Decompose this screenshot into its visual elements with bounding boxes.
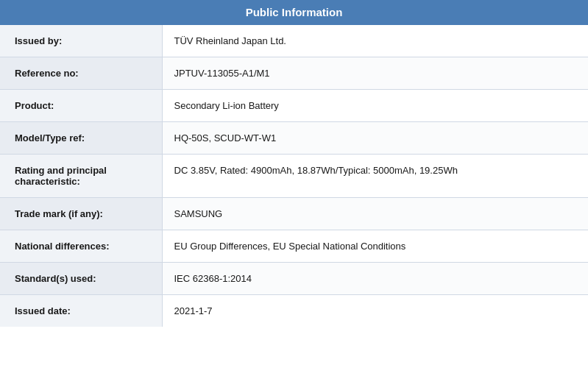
row-label: Product: bbox=[0, 90, 162, 122]
info-table: Issued by:TÜV Rheinland Japan Ltd.Refere… bbox=[0, 25, 588, 327]
row-label: National differences: bbox=[0, 230, 162, 263]
row-value: SAMSUNG bbox=[162, 198, 588, 230]
row-label: Reference no: bbox=[0, 57, 162, 90]
row-value: IEC 62368-1:2014 bbox=[162, 263, 588, 295]
row-label: Model/Type ref: bbox=[0, 122, 162, 155]
row-value: Secondary Li-ion Battery bbox=[162, 90, 588, 122]
row-label: Issued by: bbox=[0, 25, 162, 57]
row-value: TÜV Rheinland Japan Ltd. bbox=[162, 25, 588, 57]
table-row: Standard(s) used:IEC 62368-1:2014 bbox=[0, 263, 588, 295]
row-value: JPTUV-113055-A1/M1 bbox=[162, 57, 588, 90]
row-label: Standard(s) used: bbox=[0, 263, 162, 295]
table-row: Model/Type ref:HQ-50S, SCUD-WT-W1 bbox=[0, 122, 588, 155]
row-label: Trade mark (if any): bbox=[0, 198, 162, 230]
table-row: Reference no:JPTUV-113055-A1/M1 bbox=[0, 57, 588, 90]
table-row: Product:Secondary Li-ion Battery bbox=[0, 90, 588, 122]
table-row: Issued date:2021-1-7 bbox=[0, 295, 588, 327]
page-container: Public Information Issued by:TÜV Rheinla… bbox=[0, 0, 588, 390]
page-title: Public Information bbox=[246, 6, 343, 18]
row-value: DC 3.85V, Rated: 4900mAh, 18.87Wh/Typica… bbox=[162, 155, 588, 198]
page-header: Public Information bbox=[0, 0, 588, 25]
table-row: Issued by:TÜV Rheinland Japan Ltd. bbox=[0, 25, 588, 57]
table-row: Rating and principal characteristic:DC 3… bbox=[0, 155, 588, 198]
row-value: HQ-50S, SCUD-WT-W1 bbox=[162, 122, 588, 155]
row-value: 2021-1-7 bbox=[162, 295, 588, 327]
row-value: EU Group Differences, EU Special Nationa… bbox=[162, 230, 588, 263]
table-row: National differences:EU Group Difference… bbox=[0, 230, 588, 263]
row-label: Rating and principal characteristic: bbox=[0, 155, 162, 198]
table-row: Trade mark (if any):SAMSUNG bbox=[0, 198, 588, 230]
row-label: Issued date: bbox=[0, 295, 162, 327]
